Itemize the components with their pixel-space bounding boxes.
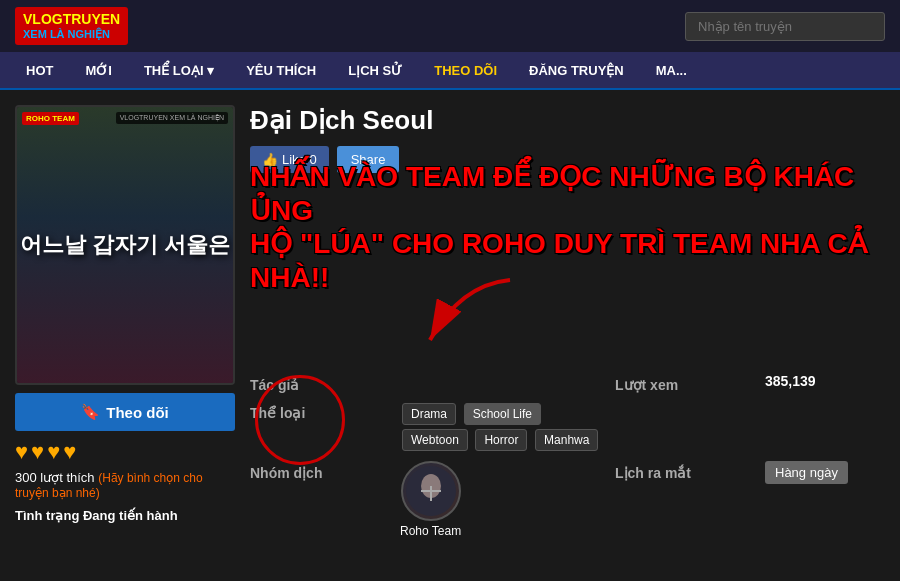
cover-content: 어느날 갑자기 서울은 <box>17 107 233 383</box>
logo-line1: VLOGTRUYEN <box>23 11 120 28</box>
luot-xem-value: 385,139 <box>765 373 885 389</box>
nav-dang-truyen[interactable]: ĐĂNG TRUYỆN <box>513 51 640 89</box>
overlay-line2: HỘ "LÚA" CHO ROHO DUY TRÌ TEAM NHA CẢ NH… <box>250 227 885 294</box>
logo-area: VLOGTRUYEN XEM LÀ NGHIỆN <box>15 7 128 45</box>
thumbs-up-icon: 👍 <box>262 152 278 167</box>
tag-horror[interactable]: Horror <box>475 429 527 451</box>
luot-xem-label: Lượt xem <box>615 373 755 393</box>
red-arrow <box>410 275 530 355</box>
nav-ma[interactable]: MA... <box>640 51 703 89</box>
hearts-row: ♥ ♥ ♥ ♥ <box>15 439 235 465</box>
cover-korean-text: 어느날 갑자기 서울은 <box>20 231 230 260</box>
main-content: ROHO TEAM VLOGTRUYEN XEM LÀ NGHIỆN 어느날 갑… <box>0 90 900 581</box>
left-panel: ROHO TEAM VLOGTRUYEN XEM LÀ NGHIỆN 어느날 갑… <box>15 105 235 566</box>
tag-school[interactable]: School Life <box>464 403 541 425</box>
info-table: Tác giả Lượt xem 385,139 Thể loại Drama … <box>250 373 885 538</box>
nav-hot[interactable]: HOT <box>10 51 69 89</box>
nav-the-loai[interactable]: THỂ LOẠI ▾ <box>128 51 230 89</box>
manga-cover: ROHO TEAM VLOGTRUYEN XEM LÀ NGHIỆN 어느날 갑… <box>15 105 235 385</box>
share-button[interactable]: Share <box>337 146 400 173</box>
right-panel: Đại Dịch Seoul 👍 Like 0 Share NHẤN VÀO T… <box>250 105 885 566</box>
logo-line2: XEM LÀ NGHIỆN <box>23 28 120 41</box>
tinh-trang-status: Đang tiến hành <box>83 508 178 523</box>
roho-avatar <box>401 461 461 521</box>
vlog-badge: VLOGTRUYEN XEM LÀ NGHIỆN <box>116 112 228 124</box>
tac-gia-label: Tác giả <box>250 373 390 393</box>
luot-thich-count: 300 lượt thích <box>15 470 95 485</box>
nav-theo-doi[interactable]: THEO DÕI <box>418 51 513 89</box>
heart-4: ♥ <box>63 439 76 465</box>
hang-ngay-button[interactable]: Hàng ngày <box>765 461 848 484</box>
nav-bar: HOT MỚI THỂ LOẠI ▾ YÊU THÍCH LỊCH SỬ THE… <box>0 52 900 90</box>
like-label: Like 0 <box>282 152 317 167</box>
nhom-dich-label: Nhóm dịch <box>250 461 390 481</box>
search-input[interactable] <box>685 12 885 41</box>
roho-label: Roho Team <box>400 524 461 538</box>
nav-moi[interactable]: MỚI <box>69 51 127 89</box>
tag-drama[interactable]: Drama <box>402 403 456 425</box>
lich-ra-mat-label: Lịch ra mắt <box>615 461 755 481</box>
nav-yeu-thich[interactable]: YÊU THÍCH <box>230 51 332 89</box>
heart-2: ♥ <box>31 439 44 465</box>
lich-ra-mat-value: Hàng ngày <box>765 461 885 484</box>
like-button[interactable]: 👍 Like 0 <box>250 146 329 173</box>
heart-1: ♥ <box>15 439 28 465</box>
theo-doi-button[interactable]: 🔖 Theo dõi <box>15 393 235 431</box>
logo-box[interactable]: VLOGTRUYEN XEM LÀ NGHIỆN <box>15 7 128 45</box>
theo-doi-label: Theo dõi <box>106 404 169 421</box>
roho-badge: ROHO TEAM <box>22 112 79 125</box>
nhom-dich-area: Roho Team <box>400 461 605 538</box>
overlay-text: NHẤN VÀO TEAM ĐỂ ĐỌC NHỮNG BỘ KHÁC ỦNG H… <box>250 160 885 294</box>
nav-lich-su[interactable]: LỊCH SỬ <box>332 51 418 89</box>
share-label: Share <box>351 152 386 167</box>
tinh-trang-label: Tình trạng <box>15 508 83 523</box>
action-buttons: 👍 Like 0 Share <box>250 146 885 173</box>
tag-manhwa[interactable]: Manhwa <box>535 429 598 451</box>
tags-area: Drama School Life Webtoon Horror Manhwa <box>400 401 605 453</box>
luot-thich: 300 lượt thích (Hãy bình chọn cho truyện… <box>15 470 235 500</box>
tag-webtoon[interactable]: Webtoon <box>402 429 468 451</box>
bookmark-icon: 🔖 <box>81 403 100 421</box>
roho-team-link[interactable]: Roho Team <box>400 461 461 538</box>
header: VLOGTRUYEN XEM LÀ NGHIỆN <box>0 0 900 52</box>
tinh-trang: Tình trạng Đang tiến hành <box>15 508 235 523</box>
manga-title: Đại Dịch Seoul <box>250 105 885 136</box>
heart-3: ♥ <box>47 439 60 465</box>
the-loai-label: Thể loại <box>250 401 390 421</box>
